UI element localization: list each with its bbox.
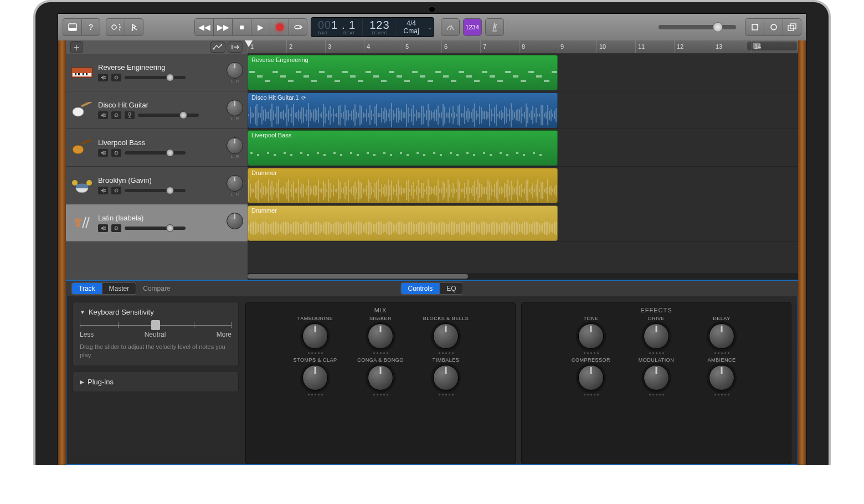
- horizontal-scrollbar[interactable]: [248, 273, 798, 280]
- pan-knob[interactable]: [227, 62, 243, 79]
- rewind-button[interactable]: ◀◀: [194, 18, 213, 36]
- smart-knob[interactable]: [644, 323, 669, 349]
- mute-button[interactable]: [98, 149, 108, 157]
- svg-rect-106: [423, 154, 425, 156]
- smart-knob[interactable]: [644, 365, 669, 390]
- master-volume-slider[interactable]: [659, 25, 736, 29]
- track-instrument-icon: [70, 136, 94, 160]
- region[interactable]: Disco Hit Guitar.1⟳: [248, 92, 558, 128]
- metronome-button[interactable]: [485, 18, 504, 36]
- track-volume-slider[interactable]: [125, 151, 186, 155]
- compare-button[interactable]: Compare: [143, 285, 170, 292]
- plugins-section[interactable]: ▶Plug-ins: [73, 372, 239, 392]
- track-header[interactable]: Latin (Isabela) L R: [66, 204, 248, 242]
- solo-button[interactable]: [111, 111, 121, 119]
- sensitivity-hint: Drag the slider to adjust the velocity l…: [80, 343, 232, 360]
- ruler-tick: 12: [674, 40, 683, 53]
- smart-knob[interactable]: [578, 323, 604, 349]
- disclosure-down-icon[interactable]: ▼: [80, 309, 85, 315]
- svg-rect-102: [390, 154, 392, 156]
- knob-scale-icon: [584, 352, 599, 354]
- ruler-tick: 9: [558, 40, 564, 53]
- media-browser-button[interactable]: [783, 18, 801, 36]
- smart-knob[interactable]: [302, 323, 328, 349]
- bar-ruler[interactable]: 1234567891011121314: [248, 40, 798, 54]
- tab-master[interactable]: Master: [102, 282, 137, 295]
- svg-rect-119: [533, 152, 535, 154]
- tab-track[interactable]: Track: [71, 282, 102, 295]
- track-volume-slider[interactable]: [138, 114, 199, 117]
- pan-knob[interactable]: [227, 213, 243, 229]
- smart-knob[interactable]: [433, 365, 459, 390]
- play-button[interactable]: ▶: [251, 18, 270, 36]
- solo-button[interactable]: [111, 224, 121, 232]
- tab-controls[interactable]: Controls: [400, 282, 440, 295]
- lcd-timesig[interactable]: 4/4: [407, 19, 416, 27]
- svg-rect-95: [333, 152, 336, 154]
- ruler-tick: 5: [403, 40, 409, 53]
- lcd-key[interactable]: Cmaj: [404, 27, 419, 35]
- track-header[interactable]: Reverse Engineering L R: [66, 54, 248, 91]
- svg-rect-59: [358, 80, 363, 82]
- forward-button[interactable]: ▶▶: [213, 18, 232, 36]
- count-in-button[interactable]: 1234: [463, 18, 482, 36]
- disclosure-right-icon[interactable]: ▶: [80, 379, 84, 385]
- track-volume-slider[interactable]: [125, 227, 186, 230]
- stop-button[interactable]: ■: [232, 18, 251, 36]
- svg-rect-83: [544, 80, 549, 82]
- effects-group-title: EFFECTS: [529, 307, 783, 313]
- svg-rect-99: [367, 152, 369, 154]
- lcd-dropdown-icon[interactable]: ⌄: [426, 18, 434, 37]
- svg-point-35: [72, 180, 78, 186]
- solo-button[interactable]: [111, 187, 121, 194]
- loop-browser-button[interactable]: [764, 18, 783, 36]
- automation-button[interactable]: [210, 42, 225, 53]
- record-button[interactable]: [270, 18, 289, 36]
- smart-knob[interactable]: [433, 323, 459, 349]
- cycle-button[interactable]: [289, 18, 307, 36]
- arrange-area[interactable]: Reverse Engineering Disco Hit Guitar.1⟳ …: [248, 54, 798, 280]
- track-header[interactable]: Liverpool Bass L R: [66, 129, 248, 167]
- catch-playhead-button[interactable]: [228, 42, 243, 53]
- knob-scale-icon: [373, 352, 388, 354]
- smart-knob[interactable]: [302, 365, 328, 390]
- smart-knob[interactable]: [578, 365, 604, 390]
- mute-button[interactable]: [98, 74, 108, 81]
- input-monitor-button[interactable]: [125, 111, 135, 119]
- track-header[interactable]: Disco Hit Guitar L R: [66, 91, 248, 129]
- mute-button[interactable]: [98, 111, 108, 119]
- smart-knob[interactable]: [709, 365, 734, 390]
- add-track-button[interactable]: ＋: [70, 41, 83, 53]
- tab-eq[interactable]: EQ: [440, 282, 463, 295]
- smart-knob[interactable]: [368, 323, 393, 349]
- svg-rect-86: [257, 154, 259, 156]
- smart-controls-button[interactable]: [106, 18, 125, 36]
- lcd-tempo[interactable]: 123: [369, 19, 389, 30]
- track-volume-slider[interactable]: [125, 189, 186, 192]
- track-header[interactable]: Brooklyn (Gavin) L R: [66, 167, 248, 204]
- mute-button[interactable]: [98, 187, 108, 194]
- pan-knob[interactable]: [227, 137, 243, 154]
- quick-help-button[interactable]: ?: [81, 18, 100, 36]
- region[interactable]: Reverse Engineering: [248, 55, 558, 90]
- library-button[interactable]: [63, 18, 81, 36]
- tuner-button[interactable]: [441, 18, 460, 36]
- lcd-tempo-label: TEMPO: [371, 31, 388, 35]
- pan-knob[interactable]: [227, 175, 243, 192]
- notepad-button[interactable]: [745, 18, 764, 36]
- region[interactable]: Drummer: [248, 168, 558, 203]
- solo-button[interactable]: [111, 149, 121, 157]
- editors-button[interactable]: [125, 18, 143, 36]
- region[interactable]: Drummer: [248, 205, 558, 241]
- lcd-display[interactable]: 001 . 1 BARBEAT 123 TEMPO 4/4 Cmaj ⌄: [311, 17, 434, 37]
- solo-button[interactable]: [111, 74, 121, 81]
- svg-rect-61: [373, 75, 379, 78]
- wood-trim-left: [58, 40, 66, 465]
- region[interactable]: Liverpool Bass: [248, 130, 558, 166]
- smart-knob[interactable]: [368, 365, 393, 390]
- sensitivity-slider[interactable]: [80, 324, 232, 327]
- smart-knob[interactable]: [709, 323, 734, 349]
- mute-button[interactable]: [98, 224, 108, 232]
- track-volume-slider[interactable]: [125, 76, 186, 79]
- pan-knob[interactable]: [227, 100, 243, 116]
